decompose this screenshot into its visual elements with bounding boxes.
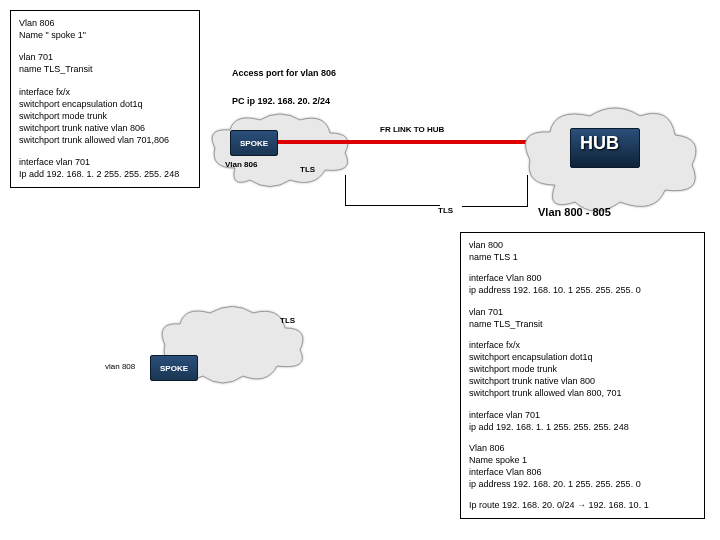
cfg-line: switchport mode trunk [469,363,696,375]
cfg-line: vlan 701 [19,51,191,63]
cfg-line: Name " spoke 1" [19,29,191,41]
link-line [527,175,528,207]
cfg-line: vlan 701 [469,306,696,318]
left-config-box: Vlan 806 Name " spoke 1" vlan 701 name T… [10,10,200,188]
spoke-bottom-device: SPOKE [150,355,198,381]
cfg-line: name TLS_Transit [469,318,696,330]
cloud-top-left [205,108,355,193]
access-port-label: Access port for vlan 806 [232,68,336,78]
cfg-line: ip address 192. 168. 20. 1 255. 255. 255… [469,478,696,490]
cfg-line: switchport trunk allowed vlan 701,806 [19,134,191,146]
pc-ip-label: PC ip 192. 168. 20. 2/24 [232,96,330,106]
right-config-box: vlan 800 name TLS 1 interface Vlan 800 i… [460,232,705,519]
tls-label-mid: TLS [438,206,453,215]
cfg-line: name TLS 1 [469,251,696,263]
vlan-range-label: Vlan 800 - 805 [538,206,611,218]
vlan808-label: vlan 808 [105,362,135,371]
cfg-line: switchport trunk allowed vlan 800, 701 [469,387,696,399]
cfg-line: interface fx/x [19,86,191,98]
cfg-line: switchport trunk native vlan 800 [469,375,696,387]
cfg-line: Ip add 192. 168. 1. 2 255. 255. 255. 248 [19,168,191,180]
tls-label-top: TLS [300,165,315,174]
cfg-line: ip add 192. 168. 1. 1 255. 255. 255. 248 [469,421,696,433]
cfg-line: Name spoke 1 [469,454,696,466]
link-line [462,206,527,207]
cfg-line: vlan 800 [469,239,696,251]
tls-label-bottom: TLS [280,316,295,325]
cfg-line: Vlan 806 [19,17,191,29]
cfg-line: interface Vlan 800 [469,272,696,284]
cfg-line: interface vlan 701 [19,156,191,168]
cfg-line: Ip route 192. 168. 20. 0/24 → 192. 168. … [469,499,696,511]
hub-label: HUB [580,133,619,154]
cfg-line: interface vlan 701 [469,409,696,421]
cfg-line: switchport mode trunk [19,110,191,122]
cfg-line: switchport trunk native vlan 806 [19,122,191,134]
cfg-line: name TLS_Transit [19,63,191,75]
spoke-label: SPOKE [240,139,268,148]
link-line [345,175,346,205]
spoke-top-device: SPOKE [230,130,278,156]
spoke-label: SPOKE [160,364,188,373]
cfg-line: ip address 192. 168. 10. 1 255. 255. 255… [469,284,696,296]
cfg-line: interface fx/x [469,339,696,351]
fr-link-label: FR LINK TO HUB [380,125,444,134]
cfg-line: switchport encapsulation dot1q [469,351,696,363]
cfg-line: switchport encapsulation dot1q [19,98,191,110]
cfg-line: Vlan 806 [469,442,696,454]
link-line [345,205,440,206]
vlan806-label: Vlan 806 [225,160,257,169]
cfg-line: interface Vlan 806 [469,466,696,478]
